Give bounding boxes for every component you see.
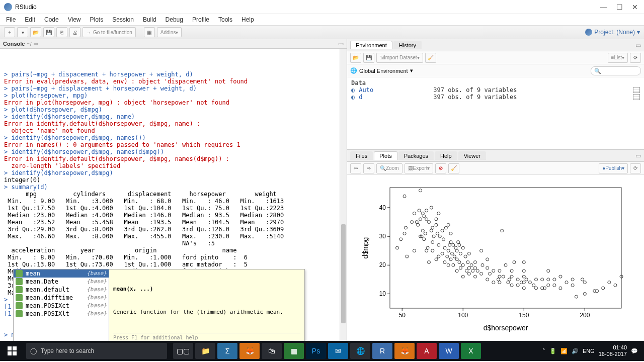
plot-zoom-button[interactable]: 🔍 Zoom	[376, 163, 403, 173]
photoshop-icon[interactable]: Ps	[306, 343, 326, 359]
svg-text:100: 100	[458, 312, 468, 319]
tab-environment[interactable]: Environment	[350, 41, 392, 49]
project-label[interactable]: Project: (None)	[594, 29, 635, 36]
plot-refresh-button[interactable]: ⟳	[630, 163, 641, 173]
acrobat-icon[interactable]: A	[417, 343, 437, 359]
menu-debug[interactable]: Debug	[166, 16, 183, 23]
new-project-button[interactable]: ▾	[17, 27, 28, 37]
chrome-icon[interactable]: 🌐	[350, 343, 370, 359]
ac-item-mean.POSIXlt[interactable]: mean.POSIXlt{base}	[14, 310, 109, 318]
start-button[interactable]	[0, 341, 24, 361]
svg-point-57	[438, 235, 441, 238]
ac-item-mean[interactable]: mean{base}	[14, 269, 109, 278]
svg-point-112	[498, 269, 501, 273]
ac-item-mean.difftime[interactable]: mean.difftime{base}	[14, 294, 109, 302]
svg-point-146	[571, 284, 574, 287]
menu-build[interactable]: Build	[143, 16, 156, 23]
store-icon[interactable]: 🛍	[262, 343, 282, 359]
menu-code[interactable]: Code	[44, 16, 59, 23]
console-scrollbar[interactable]	[340, 49, 347, 341]
clear-workspace-button[interactable]: 🧹	[425, 53, 436, 63]
battery-icon[interactable]: 🔋	[549, 348, 556, 354]
svg-point-107	[492, 281, 495, 284]
plot-remove-button[interactable]: ⊘	[435, 163, 446, 173]
tab-packages[interactable]: Packages	[398, 151, 434, 160]
svg-point-94	[470, 263, 473, 266]
plot-clear-button[interactable]: 🧹	[448, 163, 459, 173]
windows-taskbar[interactable]: ◯ Type here to search ▢▢ 📁 Σ 🦊 🛍 ▦ Ps ✉ …	[0, 341, 644, 361]
menu-view[interactable]: View	[68, 16, 81, 23]
env-refresh-button[interactable]: ⟳	[630, 53, 641, 63]
plot-back-button[interactable]: ⇦	[350, 163, 361, 173]
grid-icon[interactable]	[633, 94, 640, 100]
clock-date[interactable]: 16-08-2017	[599, 351, 627, 357]
env-maximize-icon[interactable]: ▭	[635, 42, 641, 49]
lang-indicator[interactable]: ENG	[583, 348, 595, 354]
app-icon-1[interactable]: Σ	[217, 343, 237, 359]
close-button[interactable]: ✕	[632, 3, 638, 11]
menu-session[interactable]: Session	[112, 16, 134, 23]
grid-icon[interactable]	[633, 87, 640, 93]
goto-file-function[interactable]: →Go to file/function	[83, 27, 136, 37]
firefox-icon[interactable]: 🦊	[239, 343, 260, 359]
menu-tools[interactable]: Tools	[218, 16, 232, 23]
grid-button[interactable]: ▦	[144, 27, 155, 37]
word-icon[interactable]: W	[439, 343, 459, 359]
menu-file[interactable]: File	[6, 16, 16, 23]
console-maximize-icon[interactable]: ▭	[338, 40, 344, 47]
wifi-icon[interactable]: 📶	[560, 348, 568, 354]
new-file-button[interactable]: ＋	[4, 27, 15, 37]
plot-export-button[interactable]: 🖼 Export ▾	[405, 163, 434, 173]
outlook-icon[interactable]: ✉	[328, 343, 348, 359]
console-path: ~/	[27, 41, 31, 47]
save-button[interactable]: 💾	[43, 27, 54, 37]
env-row-d[interactable]: ◐d397 obs. of 9 variables	[351, 94, 640, 101]
console-output[interactable]: > pairs(~mpg + dispacement + horsepower …	[0, 49, 340, 341]
minimize-button[interactable]: —	[600, 3, 607, 11]
rstudio-taskbar-icon[interactable]: R	[372, 343, 392, 359]
menu-plots[interactable]: Plots	[90, 16, 104, 23]
save-workspace-button[interactable]: 💾	[363, 53, 374, 63]
app-icon-2[interactable]: ▦	[284, 343, 304, 359]
env-scope[interactable]: Global Environment	[359, 68, 408, 74]
tray-up-icon[interactable]: ˄	[542, 348, 545, 354]
tab-help[interactable]: Help	[435, 151, 457, 160]
plot-maximize-icon[interactable]: ▭	[635, 152, 641, 159]
addins-button[interactable]: Addins ▾	[157, 27, 182, 37]
menu-help[interactable]: Help	[242, 16, 254, 23]
tab-files[interactable]: Files	[350, 151, 373, 160]
svg-point-21	[404, 226, 407, 229]
plot-forward-button[interactable]: ⇨	[363, 163, 374, 173]
tab-viewer[interactable]: Viewer	[458, 151, 486, 160]
action-center-icon[interactable]: 💬	[631, 348, 638, 354]
env-view-list-button[interactable]: ≡ List ▾	[608, 53, 628, 63]
volume-icon[interactable]: 🔊	[572, 348, 579, 354]
svg-point-130	[525, 278, 528, 281]
load-workspace-button[interactable]: 📂	[350, 53, 361, 63]
explorer-icon[interactable]: 📁	[195, 343, 215, 359]
svg-point-34	[421, 212, 424, 215]
tab-history[interactable]: History	[393, 41, 422, 49]
import-dataset-button[interactable]: ⇲ Import Dataset ▾	[376, 53, 423, 63]
open-file-button[interactable]: 📂	[30, 27, 41, 37]
save-all-button[interactable]: ⎘	[56, 27, 67, 37]
autocomplete-list[interactable]: mean{base}mean.Date{base}mean.default{ba…	[14, 269, 109, 341]
excel-icon[interactable]: X	[461, 343, 481, 359]
menu-profile[interactable]: Profile	[192, 16, 209, 23]
menu-edit[interactable]: Edit	[25, 16, 35, 23]
clock-time[interactable]: 01:40	[599, 344, 627, 351]
ac-item-mean.default[interactable]: mean.default{base}	[14, 286, 109, 294]
svg-point-155	[608, 281, 611, 284]
env-search-input[interactable]	[591, 66, 641, 75]
plot-publish-button[interactable]: ● Publish ▾	[599, 163, 628, 173]
taskbar-search[interactable]: ◯ Type here to search	[26, 343, 167, 359]
ac-item-mean.POSIXct[interactable]: mean.POSIXct{base}	[14, 302, 109, 310]
maximize-button[interactable]: ☐	[616, 3, 623, 11]
env-row-Auto[interactable]: ◐Auto397 obs. of 9 variables	[351, 86, 640, 94]
svg-point-42	[427, 261, 430, 264]
print-button[interactable]: 🖨	[69, 27, 80, 37]
ac-item-mean.Date[interactable]: mean.Date{base}	[14, 278, 109, 286]
task-view-icon[interactable]: ▢▢	[173, 343, 193, 359]
tab-plots[interactable]: Plots	[374, 151, 397, 160]
firefox-running-icon[interactable]: 🦊	[394, 343, 415, 359]
